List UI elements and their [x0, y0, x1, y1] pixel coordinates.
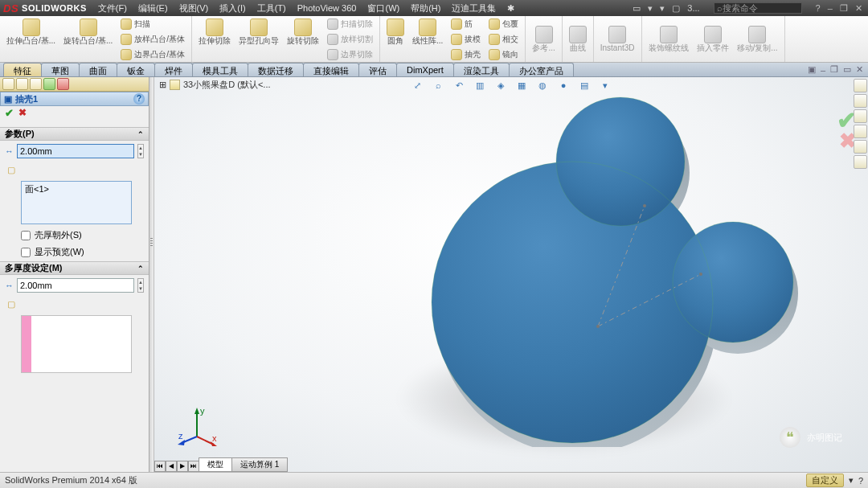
mirror-button[interactable]: 镜向 [485, 47, 522, 62]
property-manager-tab-icon[interactable] [16, 78, 28, 90]
display-tab-icon[interactable] [57, 78, 69, 90]
fillet-button[interactable]: 圆角 [383, 17, 407, 62]
tab-rendertools[interactable]: 渲染工具 [453, 63, 510, 76]
linear-pattern-button[interactable]: 线性阵... [409, 17, 446, 62]
tab-minimize-icon[interactable]: – [821, 65, 825, 75]
thickness-spinner[interactable]: ▲▼ [137, 144, 144, 158]
model-tab[interactable]: 模型 [199, 457, 232, 472]
menu-insert[interactable]: 插入(I) [219, 2, 245, 14]
hole-wizard-button[interactable]: 异型孔向导 [235, 17, 282, 62]
tab-features[interactable]: 特征 [3, 63, 42, 76]
dimxpert-tab-icon[interactable] [43, 78, 55, 90]
status-customize-button[interactable]: 自定义 [806, 474, 844, 487]
breadcrumb-label[interactable]: 33小熊果盘D (默认<... [183, 79, 271, 91]
tab-scroll-last[interactable]: ⏭ [188, 461, 199, 472]
view-triad[interactable]: y x z [177, 406, 217, 446]
extrude-cut-button[interactable]: 拉伸切除 [195, 17, 234, 47]
menu-window[interactable]: 窗口(W) [367, 2, 399, 14]
edit-appearance-icon[interactable]: ● [557, 79, 570, 92]
doc-prev[interactable]: ▾ [648, 3, 653, 13]
zoom-fit-icon[interactable]: ⤢ [411, 79, 424, 92]
view-settings-icon[interactable]: ▾ [599, 79, 612, 92]
tab-directedit[interactable]: 直接编辑 [303, 63, 359, 76]
taskpane-resources-icon[interactable] [854, 79, 867, 92]
configuration-tab-icon[interactable] [30, 78, 42, 90]
draft-button[interactable]: 拔模 [448, 32, 484, 47]
tab-dimxpert[interactable]: DimXpert [396, 63, 454, 76]
intersect-button[interactable]: 相交 [485, 32, 522, 47]
part-model[interactable] [331, 93, 813, 447]
minimize-icon[interactable]: – [828, 3, 833, 13]
tab-sketch[interactable]: 草图 [41, 63, 80, 76]
multi-face-selection-list[interactable] [21, 315, 132, 373]
tab-sheetmetal[interactable]: 钣金 [117, 63, 155, 76]
revolve-boss-button[interactable]: 旋转凸台/基... [60, 17, 116, 62]
tab-scroll-first[interactable]: ⏮ [154, 461, 166, 472]
wrap-button[interactable]: 包覆 [485, 17, 522, 31]
motion-study-tab[interactable]: 运动算例 1 [231, 457, 288, 472]
face-list-item[interactable]: 面<1> [25, 184, 49, 194]
maximize-icon[interactable]: ❐ [840, 3, 848, 13]
sweep-cut-button[interactable]: 扫描切除 [324, 17, 376, 31]
tab-maximize-icon[interactable]: ▭ [843, 64, 851, 75]
display-style-icon[interactable]: ▦ [515, 79, 528, 92]
menu-edit[interactable]: 编辑(E) [138, 2, 168, 14]
cosmetic-thread-button[interactable]: 装饰螺纹线 [645, 24, 692, 54]
loft-cut-button[interactable]: 放样切割 [324, 32, 376, 47]
feature-tree-tab-icon[interactable] [2, 78, 14, 90]
face-selection-list[interactable]: 面<1> [21, 181, 132, 224]
tab-restore-icon[interactable]: ❐ [830, 64, 838, 75]
tab-moldtools[interactable]: 模具工具 [192, 63, 248, 76]
zoom-area-icon[interactable]: ⌕ [432, 79, 444, 92]
taskpane-viewpalette-icon[interactable] [854, 125, 867, 138]
doc-restore[interactable]: ▢ [672, 3, 680, 13]
menu-star[interactable]: ✱ [507, 3, 514, 14]
command-search-input[interactable]: ⌕ 搜索命令 [714, 2, 802, 14]
status-help-icon[interactable]: ? [858, 476, 863, 486]
menu-tools[interactable]: 工具(T) [257, 2, 286, 14]
move-copy-button[interactable]: 移动/复制... [734, 24, 781, 54]
hide-show-icon[interactable]: ◍ [536, 79, 549, 92]
shell-button[interactable]: 抽壳 [448, 47, 484, 62]
multi-thickness-input[interactable] [17, 278, 134, 293]
shell-outward-checkbox[interactable] [21, 231, 31, 240]
multithickness-section-header[interactable]: 多厚度设定(M) ⌃ [0, 261, 149, 275]
tab-close-icon[interactable]: ✕ [856, 64, 863, 75]
taskpane-designlib-icon[interactable] [854, 94, 867, 108]
extrude-boss-button[interactable]: 拉伸凸台/基... [3, 17, 59, 62]
sweep-button[interactable]: 扫描 [117, 17, 188, 31]
taskpane-custom-icon[interactable] [854, 155, 867, 169]
taskpane-appearances-icon[interactable] [854, 140, 867, 154]
tab-office[interactable]: 办公室产品 [509, 63, 574, 76]
menu-help[interactable]: 帮助(H) [411, 2, 440, 14]
pm-ok-button[interactable]: ✔ [5, 107, 14, 119]
graphics-viewport[interactable]: ⊞ 33小熊果盘D (默认<... ⤢ ⌕ ↶ ▥ ◈ ▦ ◍ ● ▤ ▾ ✔ … [154, 77, 868, 472]
section-view-icon[interactable]: ▥ [473, 79, 486, 92]
curves-button[interactable]: 曲线 [566, 24, 590, 54]
taskpane-fileexplorer-icon[interactable] [854, 109, 867, 123]
instant3d-button[interactable]: Instant3D [597, 24, 638, 54]
params-section-header[interactable]: 参数(P) ⌃ [0, 127, 149, 141]
previous-view-icon[interactable]: ↶ [452, 79, 465, 92]
help-icon[interactable]: ? [816, 3, 821, 13]
reference-geometry-button[interactable]: 参考... [529, 24, 558, 54]
rib-button[interactable]: 筋 [448, 17, 484, 31]
tab-weldments[interactable]: 焊件 [154, 63, 193, 76]
revolve-cut-button[interactable]: 旋转切除 [284, 17, 322, 62]
view-orientation-icon[interactable]: ◈ [494, 79, 507, 92]
status-dropdown-icon[interactable]: ▾ [849, 475, 854, 486]
menu-view[interactable]: 视图(V) [179, 2, 209, 14]
show-preview-checkbox[interactable] [21, 248, 31, 257]
tab-tile-icon[interactable]: ▣ [808, 64, 816, 75]
tab-scroll-next[interactable]: ▶ [177, 461, 188, 472]
tab-evaluate[interactable]: 评估 [358, 63, 397, 76]
tab-datamigration[interactable]: 数据迁移 [248, 63, 304, 76]
expand-icon[interactable]: ⊞ [159, 80, 166, 90]
insert-part-button[interactable]: 插入零件 [694, 24, 732, 54]
pm-help-icon[interactable]: ? [133, 93, 145, 105]
loft-button[interactable]: 放样凸台/基体 [117, 32, 188, 47]
menu-photoview[interactable]: PhotoView 360 [297, 3, 357, 13]
thickness-input[interactable] [17, 144, 134, 158]
doc-next[interactable]: ▾ [660, 3, 665, 13]
boundary-button[interactable]: 边界凸台/基体 [117, 47, 188, 62]
